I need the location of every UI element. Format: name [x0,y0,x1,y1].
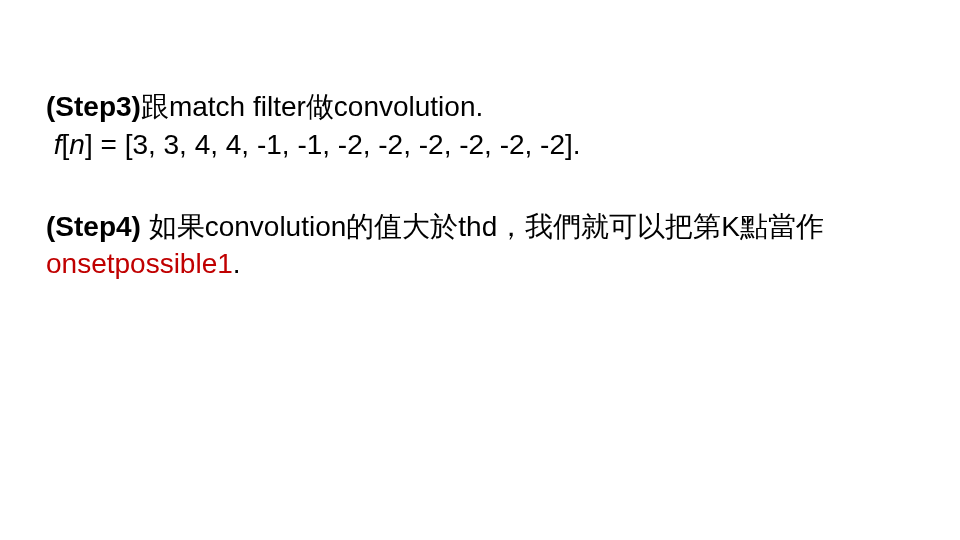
fn-bracket-close: ] [85,129,93,160]
step3-line1: (Step3)跟match filter做convolution. [46,88,914,126]
step3-label: (Step3) [46,91,141,122]
fn-values: [3, 3, 4, 4, -1, -1, -2, -2, -2, -2, -2,… [125,129,581,160]
fn-space [46,129,54,160]
step4-period: . [233,248,241,279]
step3-text: 跟match filter做convolution. [141,91,483,122]
step4-label: (Step4) [46,211,141,242]
fn-n: n [69,129,85,160]
fn-f: f [54,129,62,160]
step4-red: onsetpossible1 [46,248,233,279]
step4-text-before: 如果convolution的值大於thd，我們就可以把第K點當作 [141,211,824,242]
step3-line2: f[n] = [3, 3, 4, 4, -1, -1, -2, -2, -2, … [46,126,914,164]
gap [46,164,914,208]
step4-block: (Step4) 如果convolution的值大於thd，我們就可以把第K點當作… [46,208,914,284]
slide: (Step3)跟match filter做convolution. f[n] =… [0,0,960,540]
fn-equals: = [93,129,125,160]
